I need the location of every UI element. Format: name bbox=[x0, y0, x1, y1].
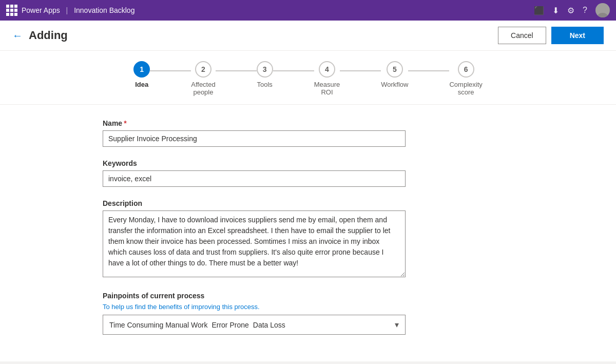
step-3-circle: 3 bbox=[257, 61, 273, 78]
step-6-circle: 6 bbox=[458, 61, 474, 78]
step-6-complexity: 6 Complexityscore bbox=[449, 61, 482, 96]
cancel-button[interactable]: Cancel bbox=[498, 27, 546, 44]
tag-error-prone: Error Prone bbox=[211, 321, 248, 329]
stepper: 1 Idea 2 Affectedpeople 3 Tools 4 Measur… bbox=[133, 61, 483, 96]
description-textarea[interactable]: Every Monday, I have to download invoice… bbox=[103, 210, 406, 277]
connector-4-5 bbox=[340, 70, 381, 71]
description-field-group: Description Every Monday, I have to down… bbox=[103, 199, 513, 279]
svg-point-0 bbox=[600, 6, 606, 12]
step-3-tools: 3 Tools bbox=[257, 61, 273, 88]
step-4-circle: 4 bbox=[319, 61, 335, 78]
step-6-label: Complexityscore bbox=[449, 81, 482, 96]
painpoints-field-group: Painpoints of current process To help us… bbox=[103, 292, 513, 335]
step-2-circle: 2 bbox=[195, 61, 211, 78]
painpoints-tags: Time Consuming Manual Work Error Prone D… bbox=[109, 321, 285, 329]
step-3-label: Tools bbox=[257, 81, 273, 88]
connector-2-3 bbox=[216, 70, 257, 71]
grid-menu-icon[interactable] bbox=[6, 5, 17, 16]
painpoints-hint: To help us find the benefits of improvin… bbox=[103, 303, 513, 311]
step-2-affected: 2 Affectedpeople bbox=[191, 61, 215, 96]
connector-3-4 bbox=[273, 70, 314, 71]
painpoints-dropdown[interactable]: Time Consuming Manual Work Error Prone D… bbox=[103, 315, 406, 335]
keywords-label: Keywords bbox=[103, 159, 513, 167]
step-5-workflow: 5 Workflow bbox=[381, 61, 408, 88]
page-header-left: ← Adding bbox=[12, 29, 68, 42]
download-icon[interactable]: ⬇ bbox=[552, 6, 559, 15]
step-2-label: Affectedpeople bbox=[191, 81, 215, 96]
step-5-label: Workflow bbox=[381, 81, 408, 88]
name-field-group: Name* bbox=[103, 119, 513, 147]
settings-icon[interactable]: ⚙ bbox=[567, 6, 574, 15]
top-nav-left: Power Apps | Innovation Backlog bbox=[6, 5, 134, 16]
app-title: Power Apps | Innovation Backlog bbox=[22, 6, 134, 14]
step-4-roi: 4 MeasureROI bbox=[314, 61, 340, 96]
top-nav-bar: Power Apps | Innovation Backlog ⬛ ⬇ ⚙ ? bbox=[0, 0, 616, 21]
top-nav-right: ⬛ ⬇ ⚙ ? bbox=[534, 3, 610, 17]
chevron-down-icon: ▾ bbox=[395, 320, 399, 330]
main-content: Name* Keywords Description Every Monday,… bbox=[0, 105, 616, 361]
svg-point-1 bbox=[598, 13, 608, 17]
page-header: ← Adding Cancel Next bbox=[0, 21, 616, 51]
screen-cast-icon[interactable]: ⬛ bbox=[534, 6, 544, 15]
keywords-input[interactable] bbox=[103, 170, 406, 187]
tag-data-loss: Data Loss bbox=[253, 321, 285, 329]
keywords-field-group: Keywords bbox=[103, 159, 513, 187]
description-label: Description bbox=[103, 199, 513, 207]
step-4-label: MeasureROI bbox=[314, 81, 340, 96]
page-header-actions: Cancel Next bbox=[498, 27, 604, 44]
stepper-container: 1 Idea 2 Affectedpeople 3 Tools 4 Measur… bbox=[0, 51, 616, 105]
help-icon[interactable]: ? bbox=[583, 6, 587, 15]
tag-time-consuming: Time Consuming Manual Work bbox=[109, 321, 207, 329]
step-1-label: Idea bbox=[135, 81, 148, 88]
name-label: Name* bbox=[103, 119, 513, 127]
back-button[interactable]: ← bbox=[12, 30, 23, 42]
step-1-circle: 1 bbox=[133, 61, 150, 78]
connector-1-2 bbox=[150, 70, 191, 71]
step-1-idea: 1 Idea bbox=[133, 61, 150, 88]
connector-5-6 bbox=[408, 70, 449, 71]
name-input[interactable] bbox=[103, 130, 406, 147]
user-avatar[interactable] bbox=[595, 3, 610, 17]
step-5-circle: 5 bbox=[387, 61, 403, 78]
page-title: Adding bbox=[29, 29, 68, 42]
painpoints-label: Painpoints of current process bbox=[103, 292, 513, 300]
next-button[interactable]: Next bbox=[551, 27, 604, 44]
